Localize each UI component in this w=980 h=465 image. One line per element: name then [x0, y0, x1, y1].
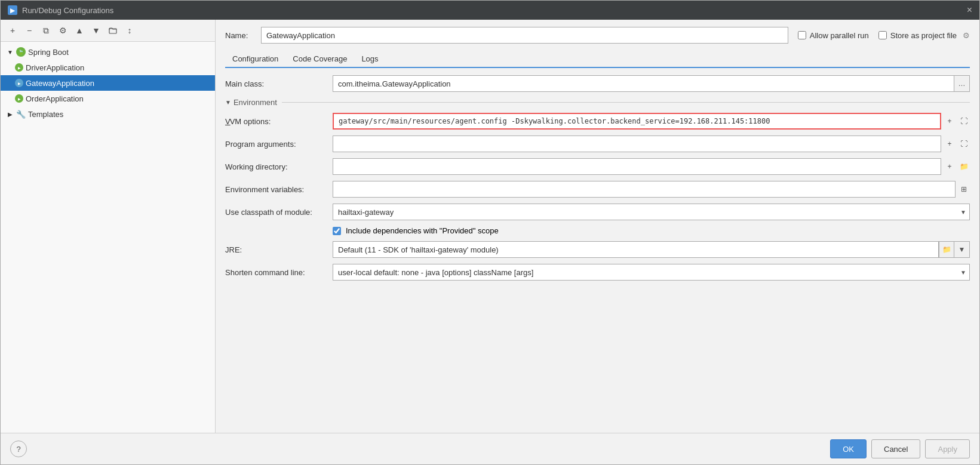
- vm-options-input[interactable]: [333, 113, 941, 130]
- working-dir-field-group: + 📁: [333, 158, 970, 175]
- close-button[interactable]: ×: [967, 5, 972, 15]
- working-dir-label: Working directory:: [225, 162, 333, 171]
- include-deps-checkbox[interactable]: [333, 227, 341, 235]
- working-dir-add-button[interactable]: +: [944, 161, 956, 173]
- spring-boot-label: Spring Boot: [28, 48, 69, 57]
- app-icon: ▶: [8, 5, 17, 15]
- settings-button[interactable]: ⚙: [56, 23, 70, 38]
- run-debug-dialog: ▶ Run/Debug Configurations × + − ⧉ ⚙ ▲ ▼: [0, 0, 980, 465]
- allow-parallel-label: Allow parallel run: [810, 31, 869, 40]
- ok-button[interactable]: OK: [830, 439, 867, 458]
- apply-button[interactable]: Apply: [925, 439, 970, 458]
- chevron-right-icon: ▶: [5, 109, 15, 119]
- driver-app-label: DriverApplication: [26, 63, 84, 72]
- tab-code-coverage[interactable]: Code Coverage: [285, 51, 354, 67]
- jre-dropdown-button[interactable]: ▼: [954, 241, 970, 258]
- jre-select-wrapper: Default (11 - SDK of 'hailtaxi-gateway' …: [333, 241, 939, 258]
- include-deps-label: Include dependencies with "Provided" sco…: [346, 226, 499, 235]
- include-deps-row: Include dependencies with "Provided" sco…: [225, 226, 970, 235]
- main-class-field-group: …: [333, 75, 970, 92]
- main-class-input[interactable]: [333, 75, 954, 92]
- vm-options-add-button[interactable]: +: [944, 115, 956, 127]
- allow-parallel-checkbox[interactable]: [798, 31, 806, 39]
- cancel-button[interactable]: Cancel: [871, 439, 920, 458]
- copy-button[interactable]: ⧉: [39, 23, 53, 38]
- program-args-expand-button[interactable]: ⛶: [958, 138, 970, 150]
- run-config-icon-order: [15, 94, 23, 103]
- templates-label: Templates: [28, 110, 63, 119]
- classpath-select-wrapper: hailtaxi-gateway ▼: [333, 204, 970, 220]
- program-args-add-button[interactable]: +: [944, 138, 956, 150]
- move-down-button[interactable]: ▼: [89, 23, 103, 38]
- classpath-label: Use classpath of module:: [225, 208, 333, 217]
- working-dir-input[interactable]: [333, 158, 941, 175]
- env-vars-edit-button[interactable]: ⊞: [958, 183, 970, 195]
- main-class-label: Main class:: [225, 79, 333, 88]
- title-bar-left: ▶ Run/Debug Configurations: [8, 5, 113, 15]
- vm-options-row: VVM options: + ⛶: [225, 113, 970, 130]
- program-args-row: Program arguments: + ⛶: [225, 136, 970, 152]
- shorten-cmd-select[interactable]: user-local default: none - java [options…: [333, 264, 970, 281]
- store-project-checkbox[interactable]: [878, 31, 887, 39]
- dialog-title: Run/Debug Configurations: [22, 6, 113, 15]
- config-tabs: Configuration Code Coverage Logs: [225, 51, 970, 68]
- working-dir-row: Working directory: + 📁: [225, 158, 970, 175]
- chevron-down-icon: ▼: [5, 47, 15, 57]
- name-input[interactable]: [261, 27, 788, 44]
- sort-button[interactable]: ↕: [122, 23, 137, 38]
- jre-folder-button[interactable]: 📁: [939, 241, 954, 258]
- shorten-cmd-select-wrapper: user-local default: none - java [options…: [333, 264, 970, 281]
- name-label: Name:: [225, 31, 261, 40]
- classpath-select[interactable]: hailtaxi-gateway: [333, 204, 970, 220]
- gateway-app-label: GatewayApplication: [26, 79, 94, 88]
- configuration-content: Main class: … ▼ Environment VVM: [225, 68, 970, 433]
- jre-select[interactable]: Default (11 - SDK of 'hailtaxi-gateway' …: [333, 241, 939, 258]
- allow-parallel-option: Allow parallel run: [798, 31, 869, 40]
- classpath-row: Use classpath of module: hailtaxi-gatewa…: [225, 204, 970, 220]
- environment-label: Environment: [234, 98, 277, 107]
- store-project-gear-icon: ⚙: [963, 31, 970, 40]
- env-vars-row: Environment variables: ⊞: [225, 181, 970, 198]
- main-class-browse-button[interactable]: …: [954, 75, 970, 92]
- tab-configuration[interactable]: Configuration: [225, 51, 285, 68]
- section-divider: [282, 102, 970, 103]
- order-app-label: OrderApplication: [26, 94, 84, 103]
- config-tree: ▼ 🍃 Spring Boot DriverApplication Gatewa…: [1, 42, 215, 433]
- wrench-icon: 🔧: [16, 109, 26, 119]
- tab-logs[interactable]: Logs: [354, 51, 385, 67]
- top-options: Allow parallel run Store as project file…: [798, 31, 970, 40]
- tree-order-app[interactable]: OrderApplication: [1, 91, 215, 106]
- main-class-row: Main class: …: [225, 75, 970, 92]
- vm-options-label: VVM options:: [225, 117, 333, 126]
- left-panel: + − ⧉ ⚙ ▲ ▼ ↕ ▼ 🍃: [1, 20, 216, 433]
- store-project-label: Store as project file: [890, 31, 957, 40]
- tree-driver-app[interactable]: DriverApplication: [1, 60, 215, 75]
- tree-templates-group[interactable]: ▶ 🔧 Templates: [1, 106, 215, 122]
- vm-options-field-group: + ⛶: [333, 113, 970, 130]
- program-args-input[interactable]: [333, 136, 941, 152]
- bottom-bar: ? OK Cancel Apply: [1, 433, 979, 464]
- spring-boot-icon: 🍃: [16, 47, 26, 57]
- main-content: + − ⧉ ⚙ ▲ ▼ ↕ ▼ 🍃: [1, 20, 979, 433]
- jre-label: JRE:: [225, 245, 333, 254]
- add-button[interactable]: +: [5, 23, 20, 38]
- run-config-icon: [15, 63, 23, 72]
- help-button[interactable]: ?: [10, 441, 27, 457]
- remove-button[interactable]: −: [22, 23, 36, 38]
- program-args-label: Program arguments:: [225, 140, 333, 149]
- run-config-icon-gateway: [15, 79, 23, 87]
- program-args-field-group: + ⛶: [333, 136, 970, 152]
- environment-chevron-icon: ▼: [225, 99, 231, 106]
- tree-spring-boot-group[interactable]: ▼ 🍃 Spring Boot: [1, 44, 215, 60]
- jre-row: JRE: Default (11 - SDK of 'hailtaxi-gate…: [225, 241, 970, 258]
- left-toolbar: + − ⧉ ⚙ ▲ ▼ ↕: [1, 20, 215, 42]
- env-vars-field-group: ⊞: [333, 181, 970, 198]
- env-vars-input[interactable]: [333, 181, 956, 198]
- name-row: Name: Allow parallel run Store as projec…: [225, 27, 970, 44]
- working-dir-folder-button[interactable]: 📁: [958, 161, 970, 173]
- vm-options-expand-button[interactable]: ⛶: [958, 115, 970, 127]
- move-up-button[interactable]: ▲: [72, 23, 87, 38]
- tree-gateway-app[interactable]: GatewayApplication: [1, 75, 215, 91]
- folder-button[interactable]: [106, 23, 120, 38]
- jre-field-group: Default (11 - SDK of 'hailtaxi-gateway' …: [333, 241, 970, 258]
